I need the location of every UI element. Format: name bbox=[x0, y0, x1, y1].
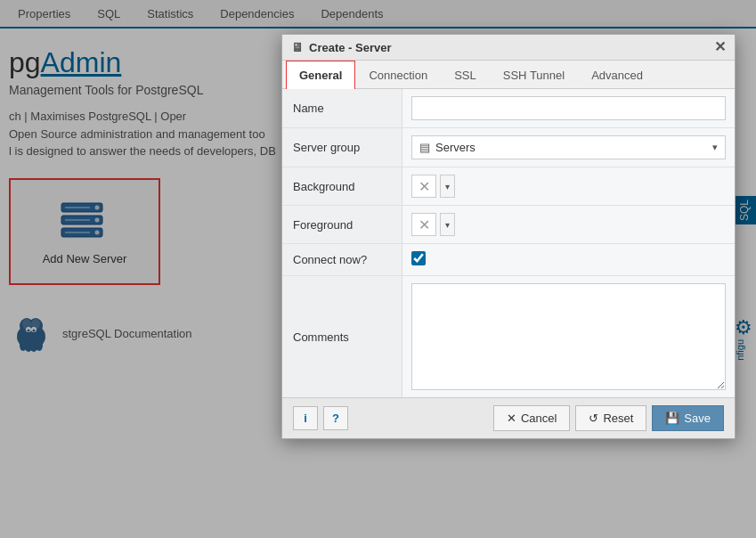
modal-title: 🖥 Create - Server bbox=[291, 40, 392, 54]
reset-button[interactable]: ↺ Reset bbox=[575, 405, 646, 431]
help-button[interactable]: ? bbox=[323, 406, 348, 430]
save-button[interactable]: 💾 Save bbox=[652, 405, 724, 431]
chevron-down-icon: ▾ bbox=[712, 142, 718, 153]
background-row: Background ✕ ▾ bbox=[282, 167, 735, 206]
comments-row: Comments bbox=[282, 276, 735, 397]
foreground-label: Foreground bbox=[282, 206, 402, 243]
foreground-color-picker: ✕ ▾ bbox=[411, 213, 455, 236]
background-control: ✕ ▾ bbox=[402, 167, 735, 205]
tab-advanced[interactable]: Advanced bbox=[578, 61, 656, 89]
modal-title-text: Create - Server bbox=[309, 41, 392, 54]
tab-ssh-tunnel[interactable]: SSH Tunnel bbox=[490, 61, 578, 89]
server-group-dropdown[interactable]: ▤ Servers ▾ bbox=[411, 135, 726, 159]
footer-left: i ? bbox=[293, 406, 348, 430]
reset-icon: ↺ bbox=[589, 412, 598, 425]
connect-now-checkbox[interactable] bbox=[411, 251, 426, 265]
name-input[interactable] bbox=[411, 96, 726, 120]
tab-connection[interactable]: Connection bbox=[355, 61, 441, 89]
comments-textarea[interactable] bbox=[411, 283, 726, 390]
save-label: Save bbox=[684, 412, 711, 425]
server-group-icon: ▤ bbox=[419, 141, 430, 154]
background-color-picker: ✕ ▾ bbox=[411, 175, 455, 198]
background-label: Background bbox=[282, 167, 402, 205]
connect-now-label: Connect now? bbox=[282, 244, 402, 275]
save-icon: 💾 bbox=[665, 412, 679, 425]
foreground-row: Foreground ✕ ▾ bbox=[282, 206, 735, 244]
name-row: Name bbox=[282, 89, 735, 128]
server-group-label: Server group bbox=[282, 128, 402, 167]
info-button[interactable]: i bbox=[293, 406, 318, 430]
modal-tab-bar: General Connection SSL SSH Tunnel Advanc… bbox=[282, 61, 735, 89]
server-group-control: ▤ Servers ▾ bbox=[402, 128, 735, 167]
name-label: Name bbox=[282, 89, 402, 127]
modal-header: 🖥 Create - Server ✕ bbox=[282, 35, 735, 61]
foreground-control: ✕ ▾ bbox=[402, 206, 735, 243]
tab-ssl[interactable]: SSL bbox=[441, 61, 490, 89]
reset-label: Reset bbox=[603, 412, 633, 425]
comments-label: Comments bbox=[282, 276, 402, 397]
tab-general[interactable]: General bbox=[286, 61, 355, 89]
server-icon-small: 🖥 bbox=[291, 40, 304, 54]
name-control bbox=[402, 89, 735, 127]
x-icon: ✕ bbox=[507, 412, 516, 425]
background-color-box[interactable]: ✕ bbox=[411, 175, 436, 198]
foreground-color-box[interactable]: ✕ bbox=[411, 213, 436, 236]
modal-body: Name Server group ▤ Servers ▾ Background… bbox=[282, 89, 735, 397]
cancel-button[interactable]: ✕ Cancel bbox=[493, 405, 570, 431]
create-server-modal: 🖥 Create - Server ✕ General Connection S… bbox=[281, 34, 736, 439]
modal-footer: i ? ✕ Cancel ↺ Reset 💾 Save bbox=[282, 397, 735, 438]
comments-control bbox=[402, 276, 735, 397]
foreground-color-dropdown[interactable]: ▾ bbox=[440, 213, 455, 236]
server-group-value: Servers bbox=[435, 141, 712, 154]
background-color-dropdown[interactable]: ▾ bbox=[440, 175, 455, 198]
connect-now-control bbox=[402, 244, 735, 273]
modal-close-button[interactable]: ✕ bbox=[714, 40, 726, 54]
footer-right: ✕ Cancel ↺ Reset 💾 Save bbox=[493, 405, 724, 431]
connect-now-row: Connect now? bbox=[282, 244, 735, 276]
cancel-label: Cancel bbox=[521, 412, 557, 425]
server-group-row: Server group ▤ Servers ▾ bbox=[282, 128, 735, 167]
